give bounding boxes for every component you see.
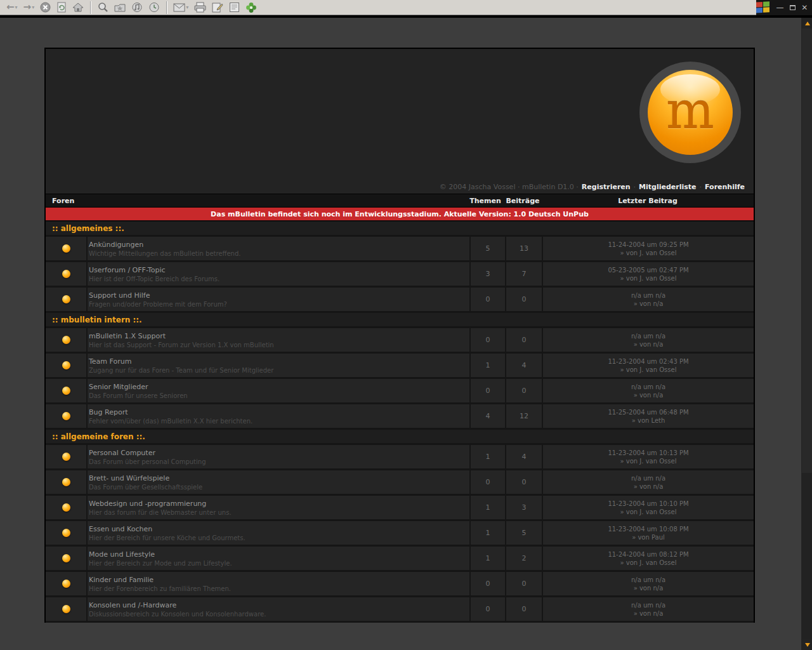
forum-name-link[interactable]: Essen und Kochen bbox=[89, 525, 469, 533]
discuss-button[interactable] bbox=[226, 1, 242, 15]
forum-status-cell bbox=[46, 328, 86, 352]
forum-name-link[interactable]: Senior Mitglieder bbox=[89, 383, 469, 391]
forum-name-link[interactable]: mBulletin 1.X Support bbox=[89, 332, 469, 340]
forum-info-cell: Webdesign und -programmierung Hier das f… bbox=[86, 496, 469, 519]
browser-chrome: ← ▾ → ▾ bbox=[0, 0, 812, 18]
forum-name-link[interactable]: Bug Report bbox=[89, 408, 469, 416]
nav-separator: · bbox=[634, 183, 636, 191]
last-post-author-link[interactable]: » von J. van Ossel bbox=[620, 457, 677, 465]
forum-themen-count: 0 bbox=[469, 379, 505, 402]
last-post-author-link[interactable]: » von Paul bbox=[632, 533, 665, 541]
last-post-author-link[interactable]: » von n/a bbox=[634, 609, 664, 618]
last-post-author-link[interactable]: » von J. van Ossel bbox=[620, 274, 677, 282]
last-post-date: n/a um n/a bbox=[631, 601, 665, 609]
forum-status-icon bbox=[62, 453, 70, 461]
forum-description: Hier der Forenbereich zu familiären Them… bbox=[89, 585, 469, 592]
scroll-up-icon bbox=[805, 22, 810, 25]
messenger-icon bbox=[246, 2, 257, 13]
forum-beitraege-count: 0 bbox=[505, 470, 542, 494]
last-post-author-link[interactable]: » von n/a bbox=[634, 300, 664, 308]
forum-description: Diskussionsbereich zu Konsolen und Konso… bbox=[89, 611, 469, 618]
forum-info-cell: Mode und Lifestyle Hier der Bereich zur … bbox=[86, 547, 469, 570]
minimize-button[interactable]: — bbox=[776, 3, 784, 12]
forum-name-link[interactable]: Userforum / OFF-Topic bbox=[89, 266, 469, 274]
edit-button[interactable] bbox=[209, 1, 226, 15]
refresh-button[interactable] bbox=[54, 1, 69, 15]
nav-link-forenhilfe[interactable]: Forenhilfe bbox=[705, 183, 745, 191]
last-post-author-link[interactable]: » von n/a bbox=[634, 584, 664, 592]
scrollbar-thumb[interactable] bbox=[802, 29, 812, 473]
forum-status-icon bbox=[62, 605, 70, 613]
forum-beitraege-count: 4 bbox=[505, 354, 542, 377]
forum-beitraege-count: 3 bbox=[505, 496, 542, 519]
last-post-date: n/a um n/a bbox=[631, 383, 665, 391]
forum-description: Hier ist das Support - Forum zur Version… bbox=[89, 342, 469, 348]
restore-icon bbox=[790, 5, 796, 10]
forum-name-link[interactable]: Webdesign und -programmierung bbox=[89, 500, 469, 508]
back-button[interactable]: ← ▾ bbox=[4, 1, 20, 15]
forward-button[interactable]: → ▾ bbox=[21, 1, 37, 15]
forum-row: Userforum / OFF-Topic Hier ist der Off-T… bbox=[46, 262, 754, 288]
messenger-button[interactable] bbox=[243, 1, 259, 15]
forward-icon: → bbox=[23, 3, 32, 12]
mail-button[interactable]: ▾ bbox=[171, 1, 191, 15]
forum-name-link[interactable]: Support und Hilfe bbox=[89, 291, 469, 300]
forum-info-cell: Brett- und Würfelspiele Das Forum über G… bbox=[86, 470, 469, 494]
forum-name-link[interactable]: Team Forum bbox=[89, 357, 469, 366]
forum-name-link[interactable]: Mode und Lifestyle bbox=[89, 550, 469, 559]
forum-status-icon bbox=[62, 503, 70, 512]
discuss-icon bbox=[229, 2, 240, 13]
last-post-author-link[interactable]: » von n/a bbox=[634, 340, 664, 348]
toolbar-separator bbox=[166, 1, 167, 14]
last-post-date: 11-24-2004 um 08:12 PM bbox=[608, 550, 688, 559]
forum-description: Fehler vom/über (das) mBulletin X.X hier… bbox=[89, 418, 469, 425]
mbulletin-logo-orb: m bbox=[648, 70, 733, 155]
forum-description: Fragen und/oder Probleme mit dem Forum? bbox=[89, 301, 469, 308]
last-post-author-link[interactable]: » von n/a bbox=[634, 482, 664, 491]
media-button[interactable] bbox=[129, 1, 145, 15]
forum-last-post-cell: 11-24-2004 um 09:25 PM » von J. van Osse… bbox=[542, 237, 754, 260]
scroll-up-button[interactable] bbox=[802, 18, 812, 29]
last-post-author-link[interactable]: » von J. van Ossel bbox=[620, 249, 677, 257]
forum-last-post-cell: n/a um n/a » von n/a bbox=[542, 597, 754, 621]
forum-status-icon bbox=[62, 336, 70, 344]
print-button[interactable] bbox=[192, 1, 209, 15]
forum-last-post-cell: 11-23-2004 um 02:43 PM » von J. van Osse… bbox=[542, 354, 754, 377]
last-post-date: 11-24-2004 um 09:25 PM bbox=[608, 241, 688, 249]
last-post-date: n/a um n/a bbox=[631, 474, 665, 482]
section-rows: Personal Computer Das Forum über persona… bbox=[46, 445, 754, 623]
restore-button[interactable] bbox=[789, 3, 796, 12]
column-letzter-beitrag: Letzter Beitrag bbox=[542, 197, 754, 205]
forum-name-link[interactable]: Brett- und Würfelspiele bbox=[89, 474, 469, 482]
development-notice-banner: Das mBulletin befindet sich noch im Entw… bbox=[46, 208, 754, 222]
forum-status-icon bbox=[62, 412, 70, 420]
last-post-author-link[interactable]: » von n/a bbox=[634, 391, 664, 399]
last-post-date: 11-23-2004 um 10:08 PM bbox=[608, 525, 688, 533]
back-dropdown-icon: ▾ bbox=[15, 4, 18, 10]
forum-info-cell: Senior Mitglieder Das Forum für unsere S… bbox=[86, 379, 469, 402]
forum-last-post-cell: n/a um n/a » von n/a bbox=[542, 470, 754, 494]
forum-name-link[interactable]: Personal Computer bbox=[89, 449, 469, 457]
search-button[interactable] bbox=[95, 1, 111, 15]
last-post-author-link[interactable]: » von J. van Ossel bbox=[620, 508, 677, 516]
forum-name-link[interactable]: Konsolen und /-Hardware bbox=[89, 601, 469, 609]
nav-link-mitgliederliste[interactable]: Mitgliederliste bbox=[639, 183, 696, 191]
home-button[interactable] bbox=[70, 1, 86, 15]
last-post-author-link[interactable]: » von J. van Ossel bbox=[620, 559, 677, 567]
scroll-down-button[interactable] bbox=[802, 639, 812, 650]
favorites-button[interactable] bbox=[112, 1, 128, 15]
forum-status-cell bbox=[46, 237, 86, 260]
forum-name-link[interactable]: Kinder und Familie bbox=[89, 576, 469, 584]
last-post-author-link[interactable]: » von Leth bbox=[632, 416, 665, 425]
vertical-scrollbar[interactable] bbox=[801, 18, 812, 650]
scroll-down-icon bbox=[805, 643, 810, 647]
forum-info-cell: Bug Report Fehler vom/über (das) mBullet… bbox=[86, 404, 469, 428]
nav-link-registrieren[interactable]: Registrieren bbox=[582, 183, 631, 191]
stop-button[interactable] bbox=[37, 1, 53, 15]
close-button[interactable]: ✕ bbox=[801, 3, 808, 12]
forum-name-link[interactable]: Ankündigungen bbox=[89, 241, 469, 249]
last-post-author-link[interactable]: » von J. van Ossel bbox=[620, 366, 677, 374]
forum-description: Wichtige Mitteilungen das mBulletin betr… bbox=[89, 250, 469, 257]
page-viewport: m © 2004 Jascha Vossel · mBulletin D1.0 … bbox=[0, 18, 801, 650]
history-button[interactable] bbox=[146, 1, 162, 15]
